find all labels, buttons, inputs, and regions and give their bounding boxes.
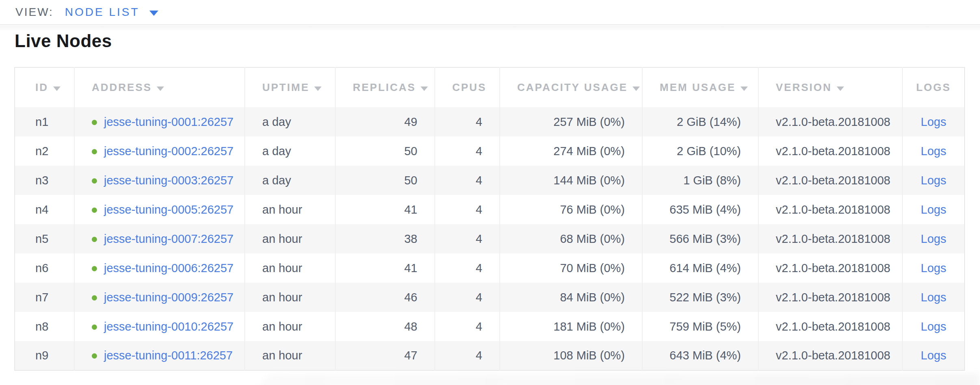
- node-version-cell: v2.1.0-beta.20181008: [758, 224, 902, 253]
- node-uptime-cell: a day: [245, 166, 335, 195]
- node-address-cell: jesse-tuning-0006:26257: [74, 253, 245, 283]
- node-address-cell: jesse-tuning-0010:26257: [74, 312, 245, 341]
- chevron-down-icon: [149, 11, 158, 16]
- node-cpus-cell: 4: [435, 195, 500, 224]
- table-row: n6 jesse-tuning-0006:26257 an hour 41 4 …: [15, 253, 965, 283]
- node-logs-cell: Logs: [902, 341, 965, 370]
- node-cpus-cell: 4: [435, 224, 500, 253]
- table-row: n1 jesse-tuning-0001:26257 a day 49 4 25…: [15, 107, 965, 136]
- node-uptime-cell: an hour: [245, 341, 335, 370]
- node-cpus-cell: 4: [435, 107, 500, 136]
- node-address-link[interactable]: jesse-tuning-0007:26257: [104, 232, 233, 245]
- sort-desc-icon: [632, 87, 640, 91]
- node-cpus-cell: 4: [435, 253, 500, 283]
- sort-desc-icon: [740, 87, 748, 91]
- node-mem-usage-cell: 566 MiB (3%): [642, 224, 758, 253]
- view-label: VIEW:: [15, 6, 54, 19]
- node-cpus-cell: 4: [435, 283, 500, 312]
- node-healthy-status-icon: [92, 237, 97, 242]
- logs-link[interactable]: Logs: [921, 203, 946, 216]
- node-capacity-usage-cell: 274 MiB (0%): [500, 136, 642, 166]
- topbar-shadow: [0, 26, 980, 31]
- node-cpus-cell: 4: [435, 312, 500, 341]
- table-row: n3 jesse-tuning-0003:26257 a day 50 4 14…: [15, 166, 965, 195]
- node-replicas-cell: 48: [335, 312, 435, 341]
- node-uptime-cell: an hour: [245, 253, 335, 283]
- node-version-cell: v2.1.0-beta.20181008: [758, 341, 902, 370]
- logs-link[interactable]: Logs: [921, 174, 946, 187]
- node-healthy-status-icon: [92, 208, 97, 213]
- view-selector-dropdown[interactable]: NODE LIST: [65, 6, 158, 19]
- node-logs-cell: Logs: [902, 253, 965, 283]
- node-logs-cell: Logs: [902, 195, 965, 224]
- node-address-link[interactable]: jesse-tuning-0001:26257: [104, 115, 233, 128]
- node-healthy-status-icon: [92, 353, 97, 359]
- node-capacity-usage-cell: 84 MiB (0%): [500, 283, 642, 312]
- view-selected-value: NODE LIST: [65, 6, 140, 19]
- node-replicas-cell: 41: [335, 195, 435, 224]
- logs-link[interactable]: Logs: [921, 291, 946, 304]
- node-mem-usage-cell: 2 GiB (10%): [642, 136, 758, 166]
- node-mem-usage-cell: 522 MiB (3%): [642, 283, 758, 312]
- node-address-link[interactable]: jesse-tuning-0011:26257: [104, 349, 233, 362]
- table-row: n5 jesse-tuning-0007:26257 an hour 38 4 …: [15, 224, 965, 253]
- column-header[interactable]: CAPACITY USAGE: [500, 67, 642, 107]
- node-address-link[interactable]: jesse-tuning-0005:26257: [104, 203, 233, 216]
- node-address-link[interactable]: jesse-tuning-0003:26257: [104, 174, 233, 187]
- logs-link[interactable]: Logs: [921, 349, 946, 362]
- column-header[interactable]: REPLICAS: [335, 67, 435, 107]
- node-capacity-usage-cell: 68 MiB (0%): [500, 224, 642, 253]
- column-header[interactable]: ID: [15, 67, 74, 107]
- node-capacity-usage-cell: 76 MiB (0%): [500, 195, 642, 224]
- node-replicas-cell: 46: [335, 283, 435, 312]
- node-uptime-cell: a day: [245, 107, 335, 136]
- node-replicas-cell: 41: [335, 253, 435, 283]
- node-healthy-status-icon: [92, 178, 97, 184]
- node-cpus-cell: 4: [435, 166, 500, 195]
- node-id-cell: n7: [15, 283, 74, 312]
- table-row: n8 jesse-tuning-0010:26257 an hour 48 4 …: [15, 312, 965, 341]
- node-address-link[interactable]: jesse-tuning-0010:26257: [104, 320, 233, 333]
- node-capacity-usage-cell: 108 MiB (0%): [500, 341, 642, 370]
- node-healthy-status-icon: [92, 295, 97, 301]
- node-address-cell: jesse-tuning-0002:26257: [74, 136, 245, 166]
- column-header[interactable]: ADDRESS: [74, 67, 245, 107]
- column-header-label: UPTIME: [262, 81, 309, 93]
- node-address-link[interactable]: jesse-tuning-0006:26257: [104, 262, 233, 275]
- node-replicas-cell: 49: [335, 107, 435, 136]
- sort-desc-icon: [837, 87, 844, 91]
- logs-link[interactable]: Logs: [921, 145, 946, 158]
- node-replicas-cell: 50: [335, 136, 435, 166]
- node-address-link[interactable]: jesse-tuning-0009:26257: [104, 291, 233, 304]
- node-replicas-cell: 47: [335, 341, 435, 370]
- column-header[interactable]: UPTIME: [245, 67, 335, 107]
- node-logs-cell: Logs: [902, 107, 965, 136]
- column-header-label: ADDRESS: [92, 81, 152, 93]
- table-row: n4 jesse-tuning-0005:26257 an hour 41 4 …: [15, 195, 965, 224]
- live-nodes-table: ID ADDRESS UPTIME REPLICAS CPUS CAPACITY…: [14, 67, 965, 371]
- node-capacity-usage-cell: 257 MiB (0%): [500, 107, 642, 136]
- node-uptime-cell: an hour: [245, 312, 335, 341]
- logs-link[interactable]: Logs: [921, 115, 946, 128]
- node-version-cell: v2.1.0-beta.20181008: [758, 283, 902, 312]
- node-address-link[interactable]: jesse-tuning-0002:26257: [104, 145, 233, 158]
- node-id-cell: n6: [15, 253, 74, 283]
- logs-link[interactable]: Logs: [921, 320, 946, 333]
- node-version-cell: v2.1.0-beta.20181008: [758, 195, 902, 224]
- node-address-cell: jesse-tuning-0007:26257: [74, 224, 245, 253]
- node-version-cell: v2.1.0-beta.20181008: [758, 107, 902, 136]
- node-capacity-usage-cell: 181 MiB (0%): [500, 312, 642, 341]
- node-uptime-cell: an hour: [245, 283, 335, 312]
- node-capacity-usage-cell: 70 MiB (0%): [500, 253, 642, 283]
- node-cpus-cell: 4: [435, 136, 500, 166]
- column-header[interactable]: VERSION: [758, 67, 902, 107]
- node-healthy-status-icon: [92, 324, 97, 330]
- column-header[interactable]: MEM USAGE: [642, 67, 758, 107]
- column-header-label: REPLICAS: [353, 81, 416, 93]
- column-header-label: CPUS: [452, 81, 486, 93]
- table-row: n7 jesse-tuning-0009:26257 an hour 46 4 …: [15, 283, 965, 312]
- logs-link[interactable]: Logs: [921, 232, 946, 245]
- node-version-cell: v2.1.0-beta.20181008: [758, 136, 902, 166]
- node-healthy-status-icon: [92, 120, 97, 125]
- logs-link[interactable]: Logs: [921, 262, 946, 275]
